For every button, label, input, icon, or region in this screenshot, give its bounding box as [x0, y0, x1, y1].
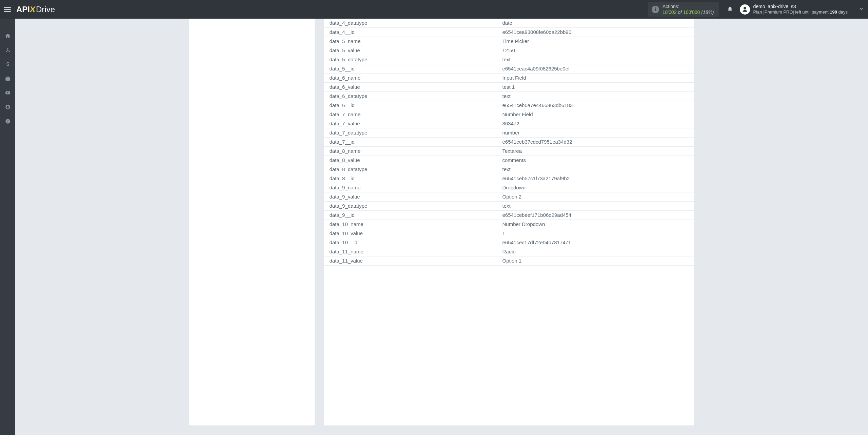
row-key: data_5_datatype	[324, 55, 497, 64]
row-key: data_9_datatype	[324, 202, 497, 211]
row-key: data_10_name	[324, 220, 497, 229]
table-row: data_10_value1	[324, 229, 694, 238]
row-value: test 1	[497, 83, 694, 92]
sidebar-item-help[interactable]	[0, 114, 15, 128]
table-row: data_9_nameDropdown	[324, 183, 694, 192]
table-row: data_8_datatypetext	[324, 165, 694, 174]
table-row: data_4__ide6541cea93008fe60da22bb90	[324, 28, 694, 37]
row-value: e6541cea93008fe60da22bb90	[497, 28, 694, 37]
row-value: e6541ceb57c1f73a2179af9b2	[497, 174, 694, 183]
row-value: Textarea	[497, 147, 694, 156]
hamburger-menu-icon[interactable]	[3, 5, 12, 14]
table-row: data_8_nameTextarea	[324, 147, 694, 156]
row-value: date	[497, 19, 694, 28]
row-value: Number Field	[497, 110, 694, 119]
data-table: data_4_datatypedatedata_4__ide6541cea930…	[324, 19, 694, 266]
row-value: e6541ceb0a7e4466863db6183	[497, 101, 694, 110]
row-key: data_6_value	[324, 83, 497, 92]
table-row: data_5_datatypetext	[324, 55, 694, 64]
row-key: data_11_name	[324, 247, 497, 256]
left-panel-card	[189, 19, 315, 426]
row-key: data_5__id	[324, 64, 497, 74]
row-value: Radio	[497, 247, 694, 256]
sidebar-item-connections[interactable]	[0, 43, 15, 57]
row-key: data_7_datatype	[324, 128, 497, 138]
row-value: Number Dropdown	[497, 220, 694, 229]
user-name: demo_apix-drive_s3	[753, 4, 848, 10]
row-key: data_6__id	[324, 101, 497, 110]
table-row: data_6_datatypetext	[324, 92, 694, 101]
table-row: data_9_valueOption 2	[324, 192, 694, 202]
actions-of: of	[676, 9, 683, 15]
cards-row: data_4_datatypedatedata_4__ide6541cea930…	[189, 19, 694, 426]
user-avatar-icon[interactable]	[740, 4, 750, 15]
row-key: data_6_name	[324, 74, 497, 83]
row-value: text	[497, 165, 694, 174]
plan-mid: | left until payment	[793, 9, 830, 15]
row-value: comments	[497, 156, 694, 165]
user-menu-chevron-down-icon[interactable]	[859, 6, 864, 13]
row-key: data_9_name	[324, 183, 497, 192]
row-value: text	[497, 202, 694, 211]
table-row: data_11_valueOption 1	[324, 256, 694, 266]
row-value: text	[497, 55, 694, 64]
table-row: data_11_nameRadio	[324, 247, 694, 256]
plan-days-suffix: days	[837, 9, 848, 15]
row-key: data_5_value	[324, 46, 497, 55]
actions-total: 100'000	[683, 9, 700, 15]
table-row: data_10__ide6541cec17df72e04b7817471	[324, 238, 694, 247]
plan-days-num: 190	[830, 9, 837, 15]
row-key: data_9_value	[324, 192, 497, 202]
logo[interactable]: APIXDrive	[16, 5, 55, 14]
table-row: data_4_datatypedate	[324, 19, 694, 28]
row-key: data_4_datatype	[324, 19, 497, 28]
table-row: data_5_value12:50	[324, 46, 694, 55]
sidebar-item-home[interactable]	[0, 29, 15, 43]
data-table-card: data_4_datatypedatedata_4__ide6541cea930…	[324, 19, 694, 426]
row-value: number	[497, 128, 694, 138]
table-row: data_6__ide6541ceb0a7e4466863db6183	[324, 101, 694, 110]
notifications-bell-icon[interactable]	[725, 6, 735, 13]
table-row: data_7__ide6541ceb37cdcd7951ea34d32	[324, 138, 694, 147]
row-value: e6541ceac4a09f082625be0ef	[497, 64, 694, 74]
table-row: data_7_value363472	[324, 119, 694, 128]
logo-text-x: X	[29, 5, 36, 14]
row-value: Time Picker	[497, 37, 694, 46]
sidebar-item-account[interactable]	[0, 100, 15, 114]
actions-counter[interactable]: Actions: 18'002 of 100'000 (18%)	[648, 2, 719, 17]
row-value: Input Field	[497, 74, 694, 83]
top-header: APIXDrive Actions: 18'002 of 100'000 (18…	[0, 0, 868, 19]
plan-prefix: Plan |	[753, 9, 765, 15]
row-key: data_10_value	[324, 229, 497, 238]
user-block[interactable]: demo_apix-drive_s3 Plan |Premium PRO| le…	[753, 4, 848, 15]
table-row: data_9_datatypetext	[324, 202, 694, 211]
row-value: Dropdown	[497, 183, 694, 192]
logo-text-api: API	[16, 5, 30, 14]
row-value: e6541ceb37cdcd7951ea34d32	[497, 138, 694, 147]
sidebar-item-briefcase[interactable]	[0, 71, 15, 86]
row-key: data_4__id	[324, 28, 497, 37]
row-value: 1	[497, 229, 694, 238]
actions-text: Actions: 18'002 of 100'000 (18%)	[663, 4, 714, 15]
actions-used: 18'002	[663, 9, 677, 15]
row-value: e6541cec17df72e04b7817471	[497, 238, 694, 247]
row-value: 363472	[497, 119, 694, 128]
table-row: data_6_valuetest 1	[324, 83, 694, 92]
row-key: data_7_value	[324, 119, 497, 128]
row-value: Option 1	[497, 256, 694, 266]
actions-percent: (18%)	[700, 9, 714, 15]
row-key: data_5_name	[324, 37, 497, 46]
row-value: Option 2	[497, 192, 694, 202]
sidebar-item-billing[interactable]	[0, 57, 15, 71]
row-key: data_8__id	[324, 174, 497, 183]
row-key: data_7__id	[324, 138, 497, 147]
row-value: e6541cebeef171b06d29ad454	[497, 211, 694, 220]
table-row: data_7_datatypenumber	[324, 128, 694, 138]
row-key: data_6_datatype	[324, 92, 497, 101]
row-key: data_10__id	[324, 238, 497, 247]
table-row: data_7_nameNumber Field	[324, 110, 694, 119]
table-row: data_10_nameNumber Dropdown	[324, 220, 694, 229]
sidebar-item-video[interactable]	[0, 86, 15, 100]
row-key: data_11_value	[324, 256, 497, 266]
actions-label: Actions:	[663, 4, 714, 9]
